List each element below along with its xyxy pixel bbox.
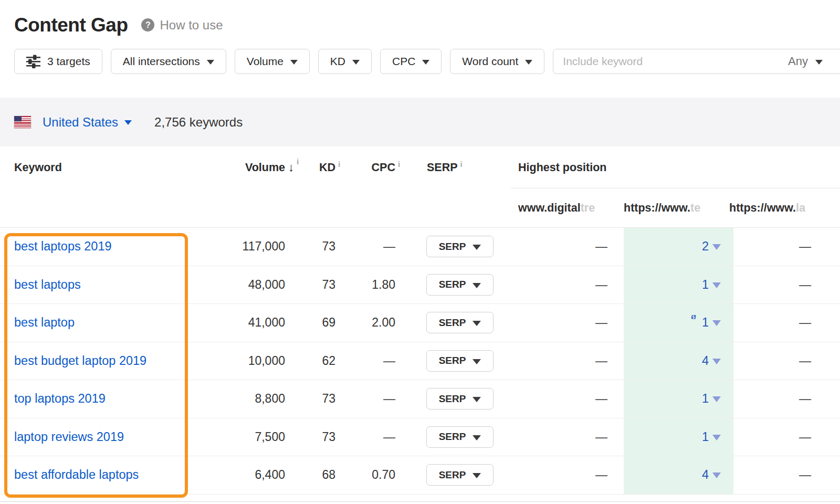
col-header-kd[interactable]: KD i: [285, 146, 335, 188]
target3-position-cell: —: [733, 380, 840, 418]
col-header-volume[interactable]: Volume ↓ i: [205, 146, 285, 188]
serp-dropdown-button[interactable]: SERP: [426, 312, 494, 333]
target-column-header[interactable]: https://www.la: [729, 188, 840, 227]
target3-position-cell: —: [733, 456, 840, 494]
cpc-cell: —: [335, 228, 395, 266]
volume-cell: 10,000: [205, 342, 285, 380]
kd-filter-dropdown[interactable]: KD: [318, 49, 372, 74]
table-row: top laptops 2019 8,800 73 — SERP — 1 —: [0, 380, 840, 418]
page-header: Content Gap ? How to use: [0, 0, 840, 39]
table-row: laptop reviews 2019 7,500 73 — SERP — 1 …: [0, 418, 840, 457]
target2-position-cell: 1: [624, 380, 733, 418]
keyword-link[interactable]: top laptops 2019: [14, 392, 106, 406]
col-header-serp: SERP i: [395, 146, 500, 188]
kd-cell: 62: [285, 342, 335, 380]
table-body: best laptops 2019 117,000 73 — SERP — 2 …: [0, 227, 840, 495]
serp-dropdown-button[interactable]: SERP: [426, 274, 494, 296]
info-icon: i: [398, 160, 400, 169]
include-keyword-field: Any: [553, 49, 840, 74]
intersections-label: All intersections: [123, 55, 200, 68]
intersections-dropdown[interactable]: All intersections: [111, 49, 226, 74]
kd-cell: 68: [285, 456, 335, 494]
chevron-down-icon[interactable]: [712, 320, 721, 326]
target3-position-cell: —: [733, 228, 840, 266]
table-row: best laptops 48,000 73 1.80 SERP — 1 —: [0, 266, 840, 304]
target3-position-cell: —: [733, 418, 840, 456]
keywords-count: 2,756 keywords: [154, 115, 243, 130]
chevron-down-icon: [472, 473, 481, 478]
volume-filter-dropdown[interactable]: Volume: [235, 49, 310, 74]
serp-dropdown-button[interactable]: SERP: [426, 236, 494, 257]
position-value[interactable]: 1: [702, 278, 709, 292]
position-value[interactable]: 2: [702, 239, 709, 254]
position-value[interactable]: 4: [702, 468, 709, 482]
keyword-link[interactable]: best laptops 2019: [14, 239, 112, 254]
country-label: United States: [43, 115, 118, 130]
position-value[interactable]: 1: [702, 316, 709, 330]
keyword-link[interactable]: best laptop: [14, 316, 75, 330]
target2-position-cell: 1: [624, 266, 733, 304]
cpc-cell: —: [335, 380, 395, 418]
match-mode-dropdown[interactable]: Any: [788, 49, 823, 74]
col-header-cpc[interactable]: CPC i: [335, 146, 395, 188]
how-to-use-link[interactable]: ? How to use: [141, 18, 223, 33]
cpc-filter-label: CPC: [392, 55, 415, 68]
position-value[interactable]: 1: [702, 430, 709, 444]
keyword-link[interactable]: laptop reviews 2019: [14, 430, 124, 444]
targets-button[interactable]: 3 targets: [14, 49, 102, 74]
target3-position-cell: —: [733, 304, 840, 342]
target1-position-cell: —: [500, 228, 624, 266]
chevron-down-icon: [472, 359, 481, 364]
chevron-down-icon: [472, 435, 481, 440]
kd-cell: 73: [285, 266, 335, 304]
col-header-highest-position: Highest position: [500, 146, 840, 188]
target-column-header[interactable]: www.digitaltre: [500, 188, 624, 227]
kd-cell: 73: [285, 380, 335, 418]
kd-filter-label: KD: [330, 55, 345, 68]
table-row: best affordable laptops 6,400 68 0.70 SE…: [0, 456, 840, 495]
position-value[interactable]: 4: [702, 354, 709, 368]
chevron-down-icon[interactable]: [712, 244, 721, 250]
volume-filter-label: Volume: [247, 55, 284, 68]
word-count-dropdown[interactable]: Word count: [450, 49, 544, 74]
us-flag-icon: [14, 116, 31, 128]
chevron-down-icon[interactable]: [712, 359, 721, 364]
chevron-down-icon: [207, 60, 214, 65]
target1-position-cell: —: [500, 456, 624, 494]
keyword-link[interactable]: best affordable laptops: [14, 468, 139, 482]
col-header-keyword[interactable]: Keyword: [0, 146, 205, 188]
keyword-link[interactable]: best laptops: [14, 278, 81, 292]
chevron-down-icon[interactable]: [712, 435, 721, 440]
target2-position-cell: 2: [624, 228, 733, 266]
cpc-filter-dropdown[interactable]: CPC: [380, 49, 442, 74]
cpc-cell: —: [335, 342, 395, 380]
cpc-cell: 1.80: [335, 266, 395, 304]
chevron-down-icon: [352, 60, 360, 65]
chevron-down-icon[interactable]: [712, 396, 721, 402]
volume-cell: 6,400: [205, 456, 285, 494]
chevron-down-icon: [290, 60, 298, 65]
kd-cell: 73: [285, 228, 335, 266]
chevron-down-icon[interactable]: [712, 282, 721, 288]
chevron-down-icon[interactable]: [712, 472, 721, 478]
volume-cell: 8,800: [205, 380, 285, 418]
chevron-down-icon: [525, 60, 532, 65]
volume-cell: 48,000: [205, 266, 285, 304]
volume-cell: 117,000: [205, 228, 285, 266]
cpc-cell: 2.00: [335, 304, 395, 342]
cpc-cell: —: [335, 418, 395, 456]
match-mode-label: Any: [788, 55, 808, 68]
serp-dropdown-button[interactable]: SERP: [426, 464, 494, 486]
table-row: best laptops 2019 117,000 73 — SERP — 2 …: [0, 228, 840, 266]
serp-dropdown-button[interactable]: SERP: [426, 350, 494, 372]
position-value[interactable]: 1: [702, 392, 709, 406]
content-gap-page: Content Gap ? How to use 3 targets All i…: [0, 0, 840, 504]
serp-dropdown-button[interactable]: SERP: [426, 388, 494, 410]
keyword-link[interactable]: best budget laptop 2019: [14, 354, 146, 368]
country-selector[interactable]: United States: [43, 115, 132, 130]
serp-dropdown-button[interactable]: SERP: [426, 426, 494, 448]
country-bar: United States 2,756 keywords: [0, 98, 840, 146]
target1-position-cell: —: [500, 342, 624, 380]
target-column-header[interactable]: https://www.te: [624, 188, 733, 227]
page-title: Content Gap: [14, 14, 128, 36]
